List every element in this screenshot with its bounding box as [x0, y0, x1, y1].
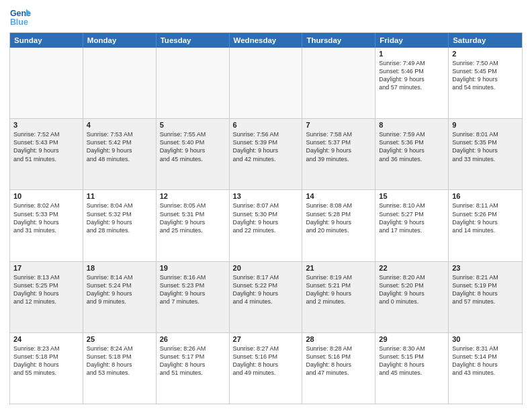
cell-info: Sunrise: 8:14 AM Sunset: 5:24 PM Dayligh…	[87, 273, 152, 306]
svg-text:Blue: Blue	[10, 17, 28, 27]
day-number: 3	[13, 121, 79, 129]
day-number: 4	[87, 121, 152, 129]
calendar-cell: 7Sunrise: 7:58 AM Sunset: 5:37 PM Daylig…	[302, 119, 375, 189]
calendar-cell: 18Sunrise: 8:14 AM Sunset: 5:24 PM Dayli…	[83, 262, 157, 332]
calendar-row: 17Sunrise: 8:13 AM Sunset: 5:25 PM Dayli…	[10, 261, 522, 332]
header-day: Sunday	[10, 33, 83, 48]
day-number: 6	[233, 121, 299, 129]
day-number: 18	[87, 264, 152, 272]
calendar-body: 1Sunrise: 7:49 AM Sunset: 5:46 PM Daylig…	[10, 48, 522, 404]
day-number: 23	[452, 264, 519, 272]
header-day: Wednesday	[230, 33, 303, 48]
cell-info: Sunrise: 8:11 AM Sunset: 5:26 PM Dayligh…	[452, 201, 519, 234]
cell-info: Sunrise: 7:58 AM Sunset: 5:37 PM Dayligh…	[306, 130, 371, 163]
day-number: 15	[379, 192, 445, 200]
cell-info: Sunrise: 8:20 AM Sunset: 5:20 PM Dayligh…	[379, 273, 445, 306]
cell-info: Sunrise: 7:55 AM Sunset: 5:40 PM Dayligh…	[160, 130, 226, 163]
calendar-cell: 30Sunrise: 8:31 AM Sunset: 5:14 PM Dayli…	[449, 333, 522, 404]
day-number: 30	[452, 335, 519, 343]
calendar-cell: 28Sunrise: 8:28 AM Sunset: 5:16 PM Dayli…	[302, 333, 375, 404]
calendar-cell: 16Sunrise: 8:11 AM Sunset: 5:26 PM Dayli…	[449, 190, 522, 261]
cell-info: Sunrise: 8:17 AM Sunset: 5:22 PM Dayligh…	[233, 273, 299, 306]
cell-info: Sunrise: 8:10 AM Sunset: 5:27 PM Dayligh…	[379, 201, 445, 234]
page: General Blue SundayMondayTuesdayWednesda…	[0, 0, 532, 411]
cell-info: Sunrise: 8:08 AM Sunset: 5:28 PM Dayligh…	[306, 201, 371, 234]
calendar: SundayMondayTuesdayWednesdayThursdayFrid…	[9, 32, 523, 404]
day-number: 25	[87, 335, 152, 343]
cell-info: Sunrise: 8:31 AM Sunset: 5:14 PM Dayligh…	[452, 345, 519, 377]
day-number: 21	[306, 264, 371, 272]
calendar-cell: 1Sunrise: 7:49 AM Sunset: 5:46 PM Daylig…	[375, 48, 449, 118]
day-number: 1	[379, 50, 445, 58]
calendar-header: SundayMondayTuesdayWednesdayThursdayFrid…	[10, 33, 522, 48]
cell-info: Sunrise: 7:49 AM Sunset: 5:46 PM Dayligh…	[379, 59, 445, 92]
calendar-cell	[302, 48, 375, 118]
calendar-cell: 19Sunrise: 8:16 AM Sunset: 5:23 PM Dayli…	[157, 262, 230, 332]
day-number: 22	[379, 264, 445, 272]
day-number: 11	[87, 192, 152, 200]
day-number: 9	[452, 121, 519, 129]
day-number: 20	[233, 264, 299, 272]
day-number: 19	[160, 264, 226, 272]
cell-info: Sunrise: 8:02 AM Sunset: 5:33 PM Dayligh…	[13, 201, 79, 234]
day-number: 2	[452, 50, 519, 58]
calendar-cell: 13Sunrise: 8:07 AM Sunset: 5:30 PM Dayli…	[230, 190, 303, 261]
calendar-cell: 23Sunrise: 8:21 AM Sunset: 5:19 PM Dayli…	[449, 262, 522, 332]
logo-icon: General Blue	[9, 7, 31, 28]
day-number: 12	[160, 192, 226, 200]
calendar-cell	[157, 48, 230, 118]
calendar-cell: 25Sunrise: 8:24 AM Sunset: 5:18 PM Dayli…	[83, 333, 157, 404]
day-number: 10	[13, 192, 79, 200]
cell-info: Sunrise: 8:26 AM Sunset: 5:17 PM Dayligh…	[160, 345, 226, 377]
calendar-cell: 21Sunrise: 8:19 AM Sunset: 5:21 PM Dayli…	[302, 262, 375, 332]
day-number: 26	[160, 335, 226, 343]
cell-info: Sunrise: 8:07 AM Sunset: 5:30 PM Dayligh…	[233, 201, 299, 234]
calendar-cell	[83, 48, 157, 118]
cell-info: Sunrise: 8:13 AM Sunset: 5:25 PM Dayligh…	[13, 273, 79, 306]
day-number: 16	[452, 192, 519, 200]
logo: General Blue	[9, 7, 31, 28]
calendar-cell: 15Sunrise: 8:10 AM Sunset: 5:27 PM Dayli…	[375, 190, 449, 261]
calendar-row: 3Sunrise: 7:52 AM Sunset: 5:43 PM Daylig…	[10, 118, 522, 189]
calendar-row: 24Sunrise: 8:23 AM Sunset: 5:18 PM Dayli…	[10, 332, 522, 404]
day-number: 27	[233, 335, 299, 343]
calendar-cell: 4Sunrise: 7:53 AM Sunset: 5:42 PM Daylig…	[83, 119, 157, 189]
cell-info: Sunrise: 8:23 AM Sunset: 5:18 PM Dayligh…	[13, 345, 79, 377]
cell-info: Sunrise: 8:24 AM Sunset: 5:18 PM Dayligh…	[87, 345, 152, 377]
day-number: 24	[13, 335, 79, 343]
calendar-cell: 6Sunrise: 7:56 AM Sunset: 5:39 PM Daylig…	[230, 119, 303, 189]
header-day: Tuesday	[157, 33, 230, 48]
calendar-cell: 10Sunrise: 8:02 AM Sunset: 5:33 PM Dayli…	[10, 190, 83, 261]
cell-info: Sunrise: 8:04 AM Sunset: 5:32 PM Dayligh…	[87, 201, 152, 234]
day-number: 8	[379, 121, 445, 129]
day-number: 14	[306, 192, 371, 200]
calendar-row: 10Sunrise: 8:02 AM Sunset: 5:33 PM Dayli…	[10, 189, 522, 261]
calendar-cell: 20Sunrise: 8:17 AM Sunset: 5:22 PM Dayli…	[230, 262, 303, 332]
calendar-cell: 5Sunrise: 7:55 AM Sunset: 5:40 PM Daylig…	[157, 119, 230, 189]
day-number: 17	[13, 264, 79, 272]
day-number: 29	[379, 335, 445, 343]
cell-info: Sunrise: 8:27 AM Sunset: 5:16 PM Dayligh…	[233, 345, 299, 377]
calendar-cell: 29Sunrise: 8:30 AM Sunset: 5:15 PM Dayli…	[375, 333, 449, 404]
cell-info: Sunrise: 8:05 AM Sunset: 5:31 PM Dayligh…	[160, 201, 226, 234]
cell-info: Sunrise: 8:19 AM Sunset: 5:21 PM Dayligh…	[306, 273, 371, 306]
calendar-cell: 12Sunrise: 8:05 AM Sunset: 5:31 PM Dayli…	[157, 190, 230, 261]
calendar-cell	[230, 48, 303, 118]
calendar-cell	[10, 48, 83, 118]
calendar-cell: 2Sunrise: 7:50 AM Sunset: 5:45 PM Daylig…	[449, 48, 522, 118]
cell-info: Sunrise: 7:56 AM Sunset: 5:39 PM Dayligh…	[233, 130, 299, 163]
calendar-cell: 3Sunrise: 7:52 AM Sunset: 5:43 PM Daylig…	[10, 119, 83, 189]
day-number: 13	[233, 192, 299, 200]
day-number: 7	[306, 121, 371, 129]
calendar-cell: 8Sunrise: 7:59 AM Sunset: 5:36 PM Daylig…	[375, 119, 449, 189]
calendar-cell: 9Sunrise: 8:01 AM Sunset: 5:35 PM Daylig…	[449, 119, 522, 189]
header-day: Saturday	[449, 33, 522, 48]
cell-info: Sunrise: 8:01 AM Sunset: 5:35 PM Dayligh…	[452, 130, 519, 163]
day-number: 5	[160, 121, 226, 129]
calendar-row: 1Sunrise: 7:49 AM Sunset: 5:46 PM Daylig…	[10, 48, 522, 118]
cell-info: Sunrise: 7:50 AM Sunset: 5:45 PM Dayligh…	[452, 59, 519, 92]
header-day: Friday	[375, 33, 449, 48]
header-day: Thursday	[302, 33, 375, 48]
calendar-cell: 14Sunrise: 8:08 AM Sunset: 5:28 PM Dayli…	[302, 190, 375, 261]
cell-info: Sunrise: 7:52 AM Sunset: 5:43 PM Dayligh…	[13, 130, 79, 163]
